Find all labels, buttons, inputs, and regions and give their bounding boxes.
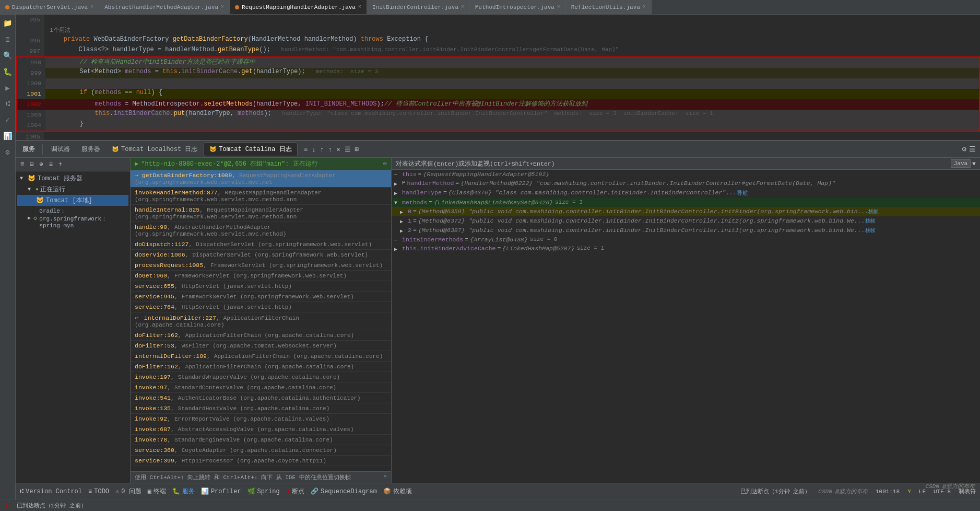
frame-item-23[interactable]: service:360, CoyoteAdapter (org.apache.c… [131, 445, 391, 456]
var-methods-0[interactable]: ▶ 0 = {Method@6359} "public void com.mas… [392, 207, 980, 216]
var-advicecache[interactable]: ▶ this.initBinderAdviceCache = {LinkedHa… [392, 244, 980, 253]
toolbar-dependencies[interactable]: 📦 依赖项 [383, 487, 412, 496]
toolbar-version-control[interactable]: ⑆ Version Control [20, 488, 82, 495]
tab-close[interactable]: × [221, 4, 224, 10]
vars-header: 对表达式求值(Enter)或添加监视(Ctrl+Shift+Enter) Jav… [392, 158, 980, 170]
line-num-997: 997 [16, 46, 44, 56]
filter-icon[interactable]: ⊕ [383, 160, 387, 168]
var-this[interactable]: — this = {RequestMappingHandlerAdapter@5… [392, 170, 980, 179]
m0-more[interactable]: 栈帧 [868, 208, 879, 215]
sidebar-debug-icon[interactable]: 🐛 [2, 66, 14, 78]
toolbar-sort-btn[interactable]: ≡ [47, 160, 55, 169]
frame-pkg-16: (org.apache.catalina.core) [250, 374, 340, 380]
tree-tomcat-server[interactable]: ▼ 🐱 Tomcat 服务器 [17, 173, 128, 184]
bp-icon: ● [286, 488, 290, 495]
var-methods-2[interactable]: ▶ 2 = {Method@6387} "public void com.mas… [392, 226, 980, 235]
toolbar-spring[interactable]: 🌿 Spring [247, 487, 280, 495]
tree-tomcat-local[interactable]: 🐱 Tomcat [本地] [17, 195, 128, 206]
frame-item-15[interactable]: doFilter:162, ApplicationFilterChain (or… [131, 362, 391, 372]
frame-item-12[interactable]: doFilter:162, ApplicationFilterChain (or… [131, 330, 391, 341]
tab-close[interactable]: × [358, 4, 361, 10]
frame-item-4[interactable]: doDispatch:1127, DispatcherServlet (org.… [131, 239, 391, 250]
var-handlermethod[interactable]: ▶ P handlerMethod = {HandlerMethod@6222}… [392, 179, 980, 188]
dep-label: 依赖项 [393, 487, 412, 496]
frame-item-17[interactable]: invoke:97, StandardContextValve (org.apa… [131, 382, 391, 393]
frame-item-20[interactable]: invoke:92, ErrorReportValve (org.apache.… [131, 414, 391, 424]
frame-item-14[interactable]: internalDoFilter:189, ApplicationFilterC… [131, 351, 391, 362]
toolbar-plus-btn[interactable]: + [56, 160, 64, 169]
java-lang-badge[interactable]: Java [951, 159, 971, 168]
frame-item-2[interactable]: handleInternal:825, RequestMappingHandle… [131, 205, 391, 222]
tab-methodintrospector[interactable]: MethodIntrospector.java × [470, 0, 566, 15]
frames-hint-close[interactable]: × [383, 473, 387, 480]
tree-running[interactable]: ▼ ● 正在运行 [17, 184, 128, 195]
tab-close[interactable]: × [557, 4, 560, 10]
frame-item-7[interactable]: doGet:960, FrameworkServlet (org.springf… [131, 271, 391, 281]
tab-reflectionutils[interactable]: ReflectionUtils.java × [566, 0, 652, 15]
tab-initbinder[interactable]: InitBinderController.java × [367, 0, 470, 15]
frame-pkg-0: (org.springframework.web.servlet.mvc.met [135, 179, 273, 185]
tab-abstracthandler[interactable]: AbstractHandlerMethodAdapter.java × [99, 0, 230, 15]
frame-item-1[interactable]: invokeHandlerMethod:877, RequestMappingH… [131, 188, 391, 205]
sidebar-settings-icon[interactable]: ⚙ [4, 146, 11, 158]
tab-requestmapping[interactable]: RequestMappingHandlerAdapter.java × [230, 0, 367, 15]
sidebar-git-icon[interactable]: ⑆ [4, 98, 11, 110]
layout-icon[interactable]: ☰ [969, 145, 976, 154]
tab-server[interactable]: 服务器 [76, 143, 105, 156]
frame-item-9[interactable]: service:945, FrameworkServlet (org.sprin… [131, 292, 391, 302]
frame-item-24[interactable]: service:399, Http11Processor (org.apache… [131, 456, 391, 466]
tab-tomcat-catalina[interactable]: 🐱 Tomcat Catalina 日志 [204, 142, 297, 156]
frame-item-5[interactable]: doService:1006, DispatcherServlet (org.s… [131, 250, 391, 260]
toolbar-profiler[interactable]: 📊 Profiler [201, 487, 241, 495]
frame-item-8[interactable]: service:655, HttpServlet (javax.servlet.… [131, 281, 391, 292]
m2-more[interactable]: 栈帧 [865, 227, 876, 234]
frame-item-19[interactable]: invoke:135, StandardHostValve (org.apach… [131, 403, 391, 414]
frame-item-13[interactable]: doFilter:53, WsFilter (org.apache.tomcat… [131, 341, 391, 351]
frame-item-0[interactable]: → getDataBinderFactory:1009, RequestMapp… [131, 170, 391, 188]
toolbar-collapse-btn[interactable]: ⊟ [28, 159, 36, 169]
frame-class-20: ErrorReportValve [174, 416, 233, 422]
tree-gradle[interactable]: ▶ ◇ Gradle：org.springframwork：spring-myn [17, 206, 128, 230]
sidebar-project-icon[interactable]: 📁 [2, 17, 14, 29]
tab-tomcat-localhost[interactable]: 🐱 Tomcat Localhost 日志 [107, 143, 203, 156]
frame-class-15: ApplicationFilterChain [185, 364, 265, 370]
var-methods[interactable]: ▼ methods = {LinkedHashMap$LinkedKeySet@… [392, 198, 980, 207]
var-handlertype[interactable]: ▶ handlerType = {Class@4376} "class com.… [392, 188, 980, 198]
tab-close[interactable]: × [461, 4, 464, 10]
var-initbindermethods[interactable]: — initBinderMethods = {ArrayList@6438} s… [392, 235, 980, 244]
toolbar-problems[interactable]: ⚠ 0 问题 [115, 487, 141, 496]
m1-more[interactable]: 栈帧 [865, 217, 876, 225]
service-tree: ▼ 🐱 Tomcat 服务器 ▼ ● 正在运行 🐱 Tomcat [本地] [16, 171, 130, 231]
frame-item-3[interactable]: handle:90, AbstractHandlerMethodAdapter … [131, 222, 391, 239]
toolbar-terminal[interactable]: ▣ 终端 [148, 487, 166, 496]
tab-debugger[interactable]: 调试器 [46, 143, 75, 156]
toolbar-sequencediagram[interactable]: 🔗 SequenceDiagram [311, 487, 377, 495]
tab-close[interactable]: × [90, 4, 93, 10]
tab-label: RequestMappingHandlerAdapter.java [242, 4, 356, 10]
sidebar-todo-icon[interactable]: ✓ [4, 114, 11, 126]
toolbar-todo[interactable]: ≡ TODO [88, 488, 109, 495]
frame-item-11[interactable]: ↩ internalDoFilter:227, ApplicationFilte… [131, 312, 391, 330]
settings-icon[interactable]: ⚙ [962, 145, 966, 154]
toolbar-expand-btn[interactable]: ≣ [18, 159, 26, 169]
frame-item-10[interactable]: service:764, HttpServlet (javax.servlet.… [131, 302, 391, 312]
navigate-link[interactable]: 导航 [737, 189, 748, 197]
toolbar-breakpoints[interactable]: ● 断点 [286, 487, 304, 496]
sidebar-structure-icon[interactable]: ≣ [4, 33, 11, 45]
var-methods-1[interactable]: ▶ 1 = {Method@6372} "public void com.mas… [392, 216, 980, 226]
tab-close[interactable]: × [643, 4, 646, 10]
frame-item-16[interactable]: invoke:197, StandardWrapperValve (org.ap… [131, 372, 391, 382]
sidebar-profiler-icon[interactable]: 📊 [2, 130, 14, 142]
frame-item-22[interactable]: invoke:78, StandardEngineValve (org.apac… [131, 435, 391, 445]
toolbar-filter-btn[interactable]: ⊕ [37, 159, 45, 169]
frame-item-18[interactable]: invoke:541, AuthenticatorBase (org.apach… [131, 393, 391, 403]
var-size-ibm: size = 0 [530, 236, 558, 242]
frame-item-21[interactable]: invoke:687, AbstractAccessLogValve (org.… [131, 424, 391, 435]
sidebar-run-icon[interactable]: ▶ [4, 82, 11, 94]
tab-dispatcherservlet[interactable]: DispatcherServlet.java × [0, 0, 99, 15]
toolbar-services[interactable]: 🐛 服务 [172, 487, 195, 496]
sidebar-find-icon[interactable]: 🔍 [2, 50, 14, 62]
lang-chevron[interactable]: ▼ [972, 160, 976, 167]
frame-item-6[interactable]: processRequest:1085, FrameworkServlet (o… [131, 260, 391, 271]
tab-extra-icons[interactable]: ≡ ↓ ↑ ↑ ✕ ☰ ⊞ [299, 143, 364, 156]
